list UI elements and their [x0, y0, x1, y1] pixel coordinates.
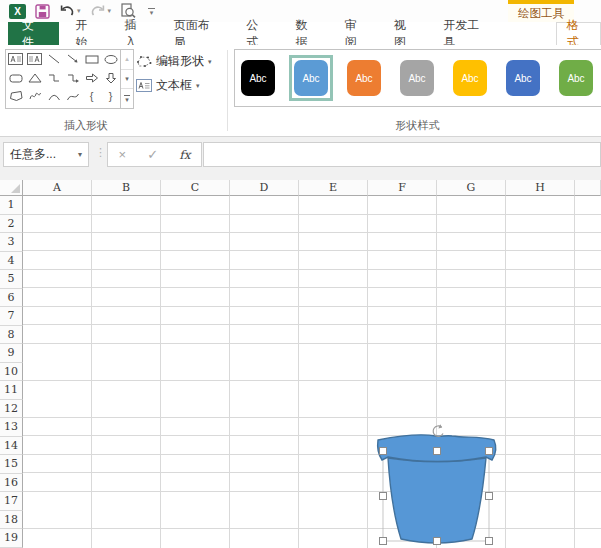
insert-function-button[interactable]: fx	[179, 148, 190, 162]
column-headers: A B C D E F G H	[23, 180, 601, 196]
gallery-more-button[interactable]: ▾	[121, 89, 133, 108]
triangle-icon[interactable]	[25, 69, 44, 88]
handle-middle-left[interactable]	[380, 493, 387, 500]
column-header-g[interactable]: G	[437, 180, 506, 196]
arrow-icon[interactable]	[63, 50, 82, 69]
row-header-16[interactable]: 16	[0, 474, 23, 493]
shape-style-green[interactable]: Abc	[559, 60, 593, 96]
chevron-down-icon[interactable]: ▾	[72, 150, 88, 159]
row-header-18[interactable]: 18	[0, 511, 23, 530]
handle-top-right[interactable]	[486, 448, 493, 455]
rounded-rectangle-icon[interactable]	[6, 69, 25, 88]
gallery-scroll-down-button[interactable]: ▾	[121, 70, 133, 90]
column-header-b[interactable]: B	[92, 180, 161, 196]
customize-qat-button[interactable]: ▾	[148, 8, 155, 15]
select-all-triangle-icon	[11, 184, 20, 193]
tab-file[interactable]: 文件	[8, 22, 59, 45]
rotate-handle-icon[interactable]	[433, 424, 443, 436]
text-box-button[interactable]: 文本框 ▾	[136, 77, 200, 94]
row-header-11[interactable]: 11	[0, 381, 23, 400]
shape-style-light-blue-selected[interactable]: Abc	[294, 60, 328, 96]
handle-bottom-right[interactable]	[486, 538, 493, 545]
tab-data[interactable]: 数据	[286, 22, 329, 45]
formula-input[interactable]	[203, 142, 601, 167]
row-header-12[interactable]: 12	[0, 400, 23, 419]
row-header-17[interactable]: 17	[0, 492, 23, 511]
column-header-c[interactable]: C	[161, 180, 230, 196]
shape-overlay	[350, 415, 510, 548]
rectangle-icon[interactable]	[82, 50, 101, 69]
worksheet-grid: A B C D E F G H 1 2 3 4 5 6 7 8 9 10 11 …	[0, 180, 601, 548]
elbow-arrow-connector-icon[interactable]	[63, 69, 82, 88]
handle-bottom-left[interactable]	[380, 538, 387, 545]
horizontal-text-box-icon[interactable]	[6, 50, 25, 69]
row-header-1[interactable]: 1	[0, 196, 23, 215]
row-header-8[interactable]: 8	[0, 326, 23, 345]
column-header-e[interactable]: E	[299, 180, 368, 196]
freeform-shape-body[interactable]	[388, 458, 486, 543]
scribble-icon[interactable]	[25, 87, 44, 106]
row-header-4[interactable]: 4	[0, 252, 23, 271]
tab-review[interactable]: 审阅	[335, 22, 378, 45]
row-header-15[interactable]: 15	[0, 455, 23, 474]
column-header-h[interactable]: H	[506, 180, 575, 196]
cancel-button[interactable]: ×	[119, 147, 127, 162]
row-header-6[interactable]: 6	[0, 289, 23, 308]
tab-view[interactable]: 视图	[384, 22, 427, 45]
undo-dropdown-icon[interactable]: ▾	[77, 7, 81, 15]
arc-icon[interactable]	[44, 87, 63, 106]
tab-insert[interactable]: 插入	[115, 22, 158, 45]
row-header-7[interactable]: 7	[0, 307, 23, 326]
column-header-d[interactable]: D	[230, 180, 299, 196]
handle-top-left[interactable]	[380, 448, 387, 455]
right-arrow-icon[interactable]	[82, 69, 101, 88]
tab-page-layout[interactable]: 页面布局	[164, 22, 231, 45]
tab-format[interactable]: 格式	[556, 22, 601, 46]
elbow-connector-icon[interactable]	[44, 69, 63, 88]
tab-home[interactable]: 开始	[65, 22, 108, 45]
column-header-partial[interactable]	[575, 180, 601, 196]
right-brace-icon[interactable]: }	[101, 87, 120, 106]
column-header-f[interactable]: F	[368, 180, 437, 196]
shape-style-gray[interactable]: Abc	[400, 60, 434, 96]
down-arrow-icon[interactable]	[101, 69, 120, 88]
tab-developer[interactable]: 开发工具	[433, 22, 500, 45]
redo-dropdown-icon[interactable]: ▾	[108, 7, 112, 15]
curve-icon[interactable]	[63, 87, 82, 106]
row-header-10[interactable]: 10	[0, 363, 23, 382]
row-header-3[interactable]: 3	[0, 233, 23, 252]
row-header-19[interactable]: 19	[0, 529, 23, 548]
contextual-tab-group: 绘图工具	[508, 0, 574, 22]
gallery-scroll-up-button[interactable]: ▴	[121, 50, 133, 70]
shape-style-black[interactable]: Abc	[241, 60, 275, 96]
row-header-14[interactable]: 14	[0, 437, 23, 456]
shape-style-orange[interactable]: Abc	[347, 60, 381, 96]
edit-shape-button[interactable]: 编辑形状 ▾	[136, 53, 212, 70]
oval-icon[interactable]	[101, 50, 120, 69]
line-icon[interactable]	[44, 50, 63, 69]
row-header-9[interactable]: 9	[0, 344, 23, 363]
contextual-tab-group-label: 绘图工具	[508, 4, 574, 22]
enter-button[interactable]: ✓	[147, 147, 158, 162]
chevron-down-icon: ▾	[150, 10, 154, 15]
freeform-icon[interactable]	[6, 87, 25, 106]
row-header-5[interactable]: 5	[0, 270, 23, 289]
shape-style-blue[interactable]: Abc	[506, 60, 540, 96]
chevron-down-icon: ▾	[196, 82, 200, 90]
vertical-text-box-icon[interactable]	[25, 50, 44, 69]
left-brace-icon[interactable]: {	[82, 87, 101, 106]
column-header-a[interactable]: A	[23, 180, 92, 196]
handle-bottom-center[interactable]	[434, 538, 441, 545]
shape-styles-gallery: Abc Abc Abc Abc Abc Abc Abc	[234, 49, 601, 107]
ribbon-tab-bar: 文件 开始 插入 页面布局 公式 数据 审阅 视图 开发工具 格式	[0, 22, 601, 46]
row-header-13[interactable]: 13	[0, 418, 23, 437]
select-all-corner[interactable]	[0, 180, 23, 196]
handle-middle-right[interactable]	[486, 493, 493, 500]
cells-area[interactable]	[23, 196, 601, 548]
edit-shape-icon	[136, 55, 152, 68]
shape-style-yellow[interactable]: Abc	[453, 60, 487, 96]
tab-formulas[interactable]: 公式	[236, 22, 279, 45]
handle-top-center[interactable]	[434, 448, 441, 455]
row-header-2[interactable]: 2	[0, 215, 23, 234]
name-box[interactable]: 任意多... ▾	[3, 142, 89, 167]
